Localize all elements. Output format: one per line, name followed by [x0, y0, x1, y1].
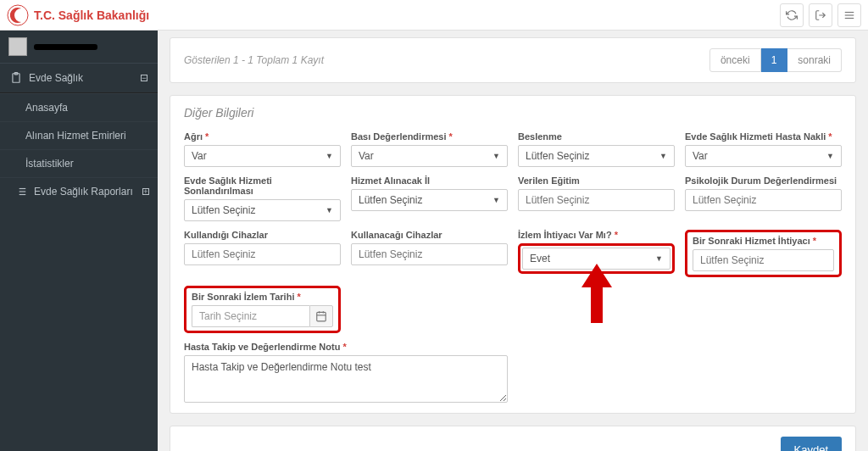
brand-text: T.C. Sağlık Bakanlığı — [34, 8, 149, 22]
highlight-sonraki-hizmet: Bir Sonraki Hizmet İhtiyacı * — [685, 230, 842, 277]
user-box — [0, 31, 158, 63]
menu-button[interactable] — [837, 3, 861, 27]
save-panel: Kaydet — [170, 426, 856, 451]
logout-button[interactable] — [809, 3, 832, 27]
field-sonlandirma: Evde Sağlık Hizmeti Sonlandırılması Lütf… — [184, 175, 341, 221]
select-nakli[interactable]: Var▼ — [685, 145, 842, 167]
ministry-logo — [7, 4, 29, 26]
input-psiko[interactable] — [685, 189, 842, 211]
sidebar-item-label: Anasayfa — [25, 102, 68, 114]
field-note: Hasta Takip ve Değerlendirme Notu * — [184, 342, 508, 403]
field-psiko: Psikolojik Durum Değerlendirmesi — [685, 175, 842, 221]
clipboard-icon — [10, 72, 22, 84]
field-agri: Ağrı * Var▼ — [184, 131, 341, 167]
results-count-text: Gösterilen 1 - 1 Toplam 1 Kayıt — [184, 54, 324, 66]
field-kullandigi: Kullandığı Cihazlar — [184, 230, 341, 277]
form-panel: Diğer Bilgileri Ağrı * Var▼ Bası Değerle… — [170, 95, 856, 414]
results-panel: Gösterilen 1 - 1 Toplam 1 Kayıt önceki 1… — [170, 37, 856, 83]
sidebar-item-raporlari[interactable]: Evde Sağlık Raporları + — [0, 177, 158, 205]
select-basi[interactable]: Var▼ — [351, 145, 508, 167]
field-basi: Bası Değerlendirmesi * Var▼ — [351, 131, 508, 167]
sidebar-item-istatistikler[interactable]: İstatistikler — [0, 149, 158, 177]
sidebar-section-evde-saglik[interactable]: Evde Sağlık − — [0, 63, 158, 93]
sidebar-item-label: İstatistikler — [25, 158, 74, 170]
pager-prev[interactable]: önceki — [709, 48, 761, 72]
field-egitim: Verilen Eğitim — [518, 175, 675, 221]
sidebar-item-label: Evde Sağlık Raporları — [34, 186, 133, 198]
save-button[interactable]: Kaydet — [781, 437, 842, 451]
select-beslenme[interactable]: Lütfen Seçiniz▼ — [518, 145, 675, 167]
sidebar-item-hizmet-emirleri[interactable]: Alınan Hizmet Emirleri — [0, 121, 158, 149]
textarea-note[interactable] — [184, 355, 508, 403]
sidebar-section-label: Evde Sağlık — [29, 72, 83, 84]
field-sonraki-hizmet: Bir Sonraki Hizmet İhtiyacı * — [685, 230, 842, 277]
input-kullanacagi[interactable] — [351, 243, 508, 265]
form-title: Diğer Bilgileri — [184, 106, 842, 120]
input-sonraki-hizmet[interactable] — [693, 249, 834, 271]
topbar-actions — [780, 3, 861, 27]
main: Evde Sağlık − Anasayfa Alınan Hizmet Emi… — [0, 31, 868, 451]
topbar: T.C. Sağlık Bakanlığı — [0, 0, 868, 31]
sidebar-item-label: Alınan Hizmet Emirleri — [25, 130, 126, 142]
highlight-izlem: Evet▼ — [518, 243, 675, 274]
highlight-sonraki-izlem: Bir Sonraki İzlem Tarihi * Tarih Seçiniz — [184, 286, 341, 333]
select-alinacak-il[interactable]: Lütfen Seçiniz▼ — [351, 189, 508, 211]
topbar-left: T.C. Sağlık Bakanlığı — [7, 4, 149, 26]
calendar-icon — [315, 310, 327, 322]
sidebar-item-anasayfa[interactable]: Anasayfa — [0, 93, 158, 121]
select-sonlandirma[interactable]: Lütfen Seçiniz▼ — [184, 199, 341, 221]
field-sonraki-izlem-tarihi: Bir Sonraki İzlem Tarihi * Tarih Seçiniz — [184, 286, 341, 333]
user-name-redacted — [34, 44, 97, 50]
avatar — [8, 37, 27, 56]
input-egitim[interactable] — [518, 189, 675, 211]
calendar-button[interactable] — [309, 305, 333, 327]
field-kullanacagi: Kullanacağı Cihazlar — [351, 230, 508, 277]
field-alinacak-il: Hizmet Alınacak İl Lütfen Seçiniz▼ — [351, 175, 508, 221]
pager-page-1[interactable]: 1 — [761, 48, 788, 72]
input-sonraki-izlem-tarihi[interactable]: Tarih Seçiniz — [192, 305, 309, 327]
select-izlem[interactable]: Evet▼ — [522, 248, 670, 270]
sidebar: Evde Sağlık − Anasayfa Alınan Hizmet Emi… — [0, 31, 158, 451]
field-nakli: Evde Sağlık Hizmeti Hasta Nakli * Var▼ — [685, 131, 842, 167]
refresh-button[interactable] — [780, 3, 804, 27]
list-icon — [15, 186, 27, 198]
minus-box-icon: − — [141, 75, 147, 81]
field-beslenme: Beslenme Lütfen Seçiniz▼ — [518, 131, 675, 167]
pager-next[interactable]: sonraki — [787, 48, 842, 72]
content: Gösterilen 1 - 1 Toplam 1 Kayıt önceki 1… — [158, 31, 868, 451]
field-izlem: İzlem İhtiyacı Var Mı? * Evet▼ — [518, 230, 675, 277]
plus-box-icon: + — [142, 188, 149, 195]
input-kullandigi[interactable] — [184, 243, 341, 265]
select-agri[interactable]: Var▼ — [184, 145, 341, 167]
svg-rect-13 — [317, 312, 326, 321]
pager: önceki 1 sonraki — [709, 48, 842, 72]
